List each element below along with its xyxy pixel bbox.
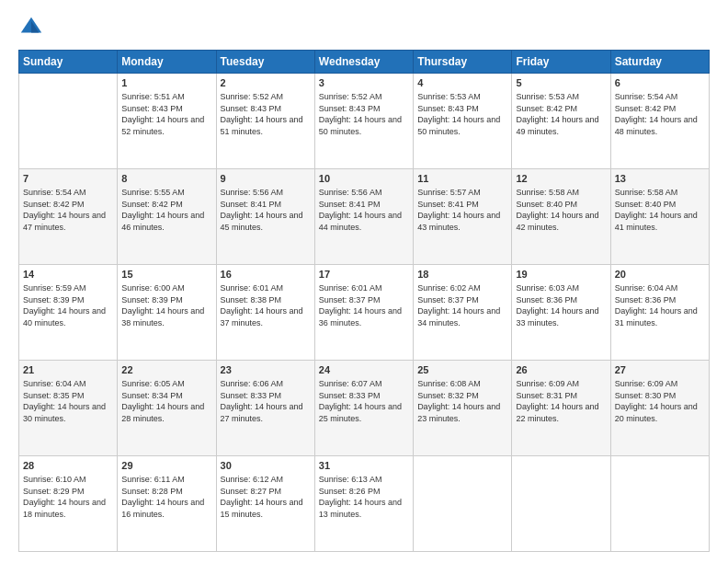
- weekday-header-monday: Monday: [118, 51, 216, 74]
- day-number: 1: [121, 76, 211, 90]
- day-number: 8: [121, 172, 211, 186]
- day-info: Sunrise: 5:54 AMSunset: 8:42 PMDaylight:…: [615, 92, 698, 136]
- calendar-cell: [512, 456, 610, 552]
- day-number: 10: [319, 172, 409, 186]
- calendar-week-row: 14 Sunrise: 5:59 AMSunset: 8:39 PMDaylig…: [19, 265, 710, 361]
- weekday-header-row: SundayMondayTuesdayWednesdayThursdayFrid…: [19, 51, 710, 74]
- day-info: Sunrise: 6:10 AMSunset: 8:29 PMDaylight:…: [23, 475, 106, 519]
- day-number: 5: [516, 76, 606, 90]
- day-number: 17: [319, 268, 409, 282]
- calendar-cell: 15 Sunrise: 6:00 AMSunset: 8:39 PMDaylig…: [118, 265, 216, 361]
- day-number: 19: [516, 268, 606, 282]
- day-number: 15: [121, 268, 211, 282]
- day-info: Sunrise: 5:58 AMSunset: 8:40 PMDaylight:…: [615, 188, 698, 232]
- day-number: 23: [221, 363, 311, 377]
- day-number: 12: [516, 172, 606, 186]
- calendar-cell: 3 Sunrise: 5:52 AMSunset: 8:43 PMDayligh…: [314, 74, 413, 169]
- day-info: Sunrise: 5:51 AMSunset: 8:43 PMDaylight:…: [121, 92, 204, 136]
- day-info: Sunrise: 6:09 AMSunset: 8:31 PMDaylight:…: [516, 379, 598, 423]
- day-number: 13: [615, 172, 705, 186]
- calendar-week-row: 28 Sunrise: 6:10 AMSunset: 8:29 PMDaylig…: [19, 456, 710, 552]
- day-number: 6: [615, 76, 705, 90]
- day-number: 24: [319, 363, 409, 377]
- day-info: Sunrise: 6:01 AMSunset: 8:37 PMDaylight:…: [319, 283, 402, 327]
- day-info: Sunrise: 6:13 AMSunset: 8:26 PMDaylight:…: [319, 475, 402, 519]
- day-info: Sunrise: 6:02 AMSunset: 8:37 PMDaylight:…: [417, 283, 500, 327]
- calendar-cell: 8 Sunrise: 5:55 AMSunset: 8:42 PMDayligh…: [118, 169, 216, 265]
- day-info: Sunrise: 6:05 AMSunset: 8:34 PMDaylight:…: [121, 379, 204, 423]
- header: [18, 15, 710, 40]
- day-number: 21: [23, 363, 113, 377]
- calendar-cell: 10 Sunrise: 5:56 AMSunset: 8:41 PMDaylig…: [314, 169, 413, 265]
- day-number: 2: [221, 76, 311, 90]
- logo-icon: [18, 15, 44, 40]
- day-number: 26: [516, 363, 606, 377]
- calendar-cell: 30 Sunrise: 6:12 AMSunset: 8:27 PMDaylig…: [216, 456, 314, 552]
- calendar-cell: 16 Sunrise: 6:01 AMSunset: 8:38 PMDaylig…: [216, 265, 314, 361]
- calendar-cell: 7 Sunrise: 5:54 AMSunset: 8:42 PMDayligh…: [19, 169, 118, 265]
- day-info: Sunrise: 5:55 AMSunset: 8:42 PMDaylight:…: [121, 188, 204, 232]
- calendar-cell: 21 Sunrise: 6:04 AMSunset: 8:35 PMDaylig…: [19, 361, 118, 456]
- calendar-cell: 20 Sunrise: 6:04 AMSunset: 8:36 PMDaylig…: [610, 265, 709, 361]
- calendar-cell: 18 Sunrise: 6:02 AMSunset: 8:37 PMDaylig…: [414, 265, 512, 361]
- day-info: Sunrise: 6:04 AMSunset: 8:36 PMDaylight:…: [615, 283, 698, 327]
- weekday-header-thursday: Thursday: [414, 51, 512, 74]
- day-info: Sunrise: 6:01 AMSunset: 8:38 PMDaylight:…: [221, 283, 303, 327]
- day-info: Sunrise: 5:56 AMSunset: 8:41 PMDaylight:…: [319, 188, 402, 232]
- calendar-cell: [610, 456, 709, 552]
- day-info: Sunrise: 5:58 AMSunset: 8:40 PMDaylight:…: [516, 188, 598, 232]
- calendar-cell: 14 Sunrise: 5:59 AMSunset: 8:39 PMDaylig…: [19, 265, 118, 361]
- calendar-week-row: 7 Sunrise: 5:54 AMSunset: 8:42 PMDayligh…: [19, 169, 710, 265]
- calendar-cell: 6 Sunrise: 5:54 AMSunset: 8:42 PMDayligh…: [610, 74, 709, 169]
- calendar-cell: [414, 456, 512, 552]
- calendar-week-row: 1 Sunrise: 5:51 AMSunset: 8:43 PMDayligh…: [19, 74, 710, 169]
- calendar-cell: 31 Sunrise: 6:13 AMSunset: 8:26 PMDaylig…: [314, 456, 413, 552]
- day-info: Sunrise: 6:07 AMSunset: 8:33 PMDaylight:…: [319, 379, 402, 423]
- day-number: 22: [121, 363, 211, 377]
- day-info: Sunrise: 5:57 AMSunset: 8:41 PMDaylight:…: [417, 188, 500, 232]
- day-number: 7: [23, 172, 113, 186]
- day-info: Sunrise: 6:04 AMSunset: 8:35 PMDaylight:…: [23, 379, 106, 423]
- day-info: Sunrise: 5:52 AMSunset: 8:43 PMDaylight:…: [221, 92, 303, 136]
- calendar-cell: 17 Sunrise: 6:01 AMSunset: 8:37 PMDaylig…: [314, 265, 413, 361]
- day-info: Sunrise: 6:00 AMSunset: 8:39 PMDaylight:…: [121, 283, 204, 327]
- day-info: Sunrise: 5:59 AMSunset: 8:39 PMDaylight:…: [23, 283, 106, 327]
- day-info: Sunrise: 5:52 AMSunset: 8:43 PMDaylight:…: [319, 92, 402, 136]
- calendar-cell: [19, 74, 118, 169]
- day-info: Sunrise: 6:08 AMSunset: 8:32 PMDaylight:…: [417, 379, 500, 423]
- calendar-cell: 23 Sunrise: 6:06 AMSunset: 8:33 PMDaylig…: [216, 361, 314, 456]
- calendar-cell: 1 Sunrise: 5:51 AMSunset: 8:43 PMDayligh…: [118, 74, 216, 169]
- day-number: 29: [121, 459, 211, 473]
- day-info: Sunrise: 6:11 AMSunset: 8:28 PMDaylight:…: [121, 475, 204, 519]
- weekday-header-sunday: Sunday: [19, 51, 118, 74]
- day-number: 25: [417, 363, 507, 377]
- day-number: 3: [319, 76, 409, 90]
- calendar-cell: 19 Sunrise: 6:03 AMSunset: 8:36 PMDaylig…: [512, 265, 610, 361]
- calendar-cell: 9 Sunrise: 5:56 AMSunset: 8:41 PMDayligh…: [216, 169, 314, 265]
- weekday-header-wednesday: Wednesday: [314, 51, 413, 74]
- weekday-header-friday: Friday: [512, 51, 610, 74]
- day-info: Sunrise: 6:03 AMSunset: 8:36 PMDaylight:…: [516, 283, 598, 327]
- day-number: 31: [319, 459, 409, 473]
- day-number: 18: [417, 268, 507, 282]
- calendar-cell: 2 Sunrise: 5:52 AMSunset: 8:43 PMDayligh…: [216, 74, 314, 169]
- calendar-cell: 12 Sunrise: 5:58 AMSunset: 8:40 PMDaylig…: [512, 169, 610, 265]
- day-info: Sunrise: 6:09 AMSunset: 8:30 PMDaylight:…: [615, 379, 698, 423]
- calendar-cell: 22 Sunrise: 6:05 AMSunset: 8:34 PMDaylig…: [118, 361, 216, 456]
- day-number: 11: [417, 172, 507, 186]
- calendar-cell: 13 Sunrise: 5:58 AMSunset: 8:40 PMDaylig…: [610, 169, 709, 265]
- day-info: Sunrise: 5:53 AMSunset: 8:43 PMDaylight:…: [417, 92, 500, 136]
- calendar-cell: 29 Sunrise: 6:11 AMSunset: 8:28 PMDaylig…: [118, 456, 216, 552]
- calendar-table: SundayMondayTuesdayWednesdayThursdayFrid…: [18, 50, 710, 552]
- day-number: 4: [417, 76, 507, 90]
- day-number: 28: [23, 459, 113, 473]
- day-number: 27: [615, 363, 705, 377]
- weekday-header-tuesday: Tuesday: [216, 51, 314, 74]
- logo: [18, 15, 48, 40]
- calendar-week-row: 21 Sunrise: 6:04 AMSunset: 8:35 PMDaylig…: [19, 361, 710, 456]
- day-info: Sunrise: 6:12 AMSunset: 8:27 PMDaylight:…: [221, 475, 303, 519]
- day-info: Sunrise: 6:06 AMSunset: 8:33 PMDaylight:…: [221, 379, 303, 423]
- day-info: Sunrise: 5:53 AMSunset: 8:42 PMDaylight:…: [516, 92, 598, 136]
- day-number: 16: [221, 268, 311, 282]
- calendar-cell: 5 Sunrise: 5:53 AMSunset: 8:42 PMDayligh…: [512, 74, 610, 169]
